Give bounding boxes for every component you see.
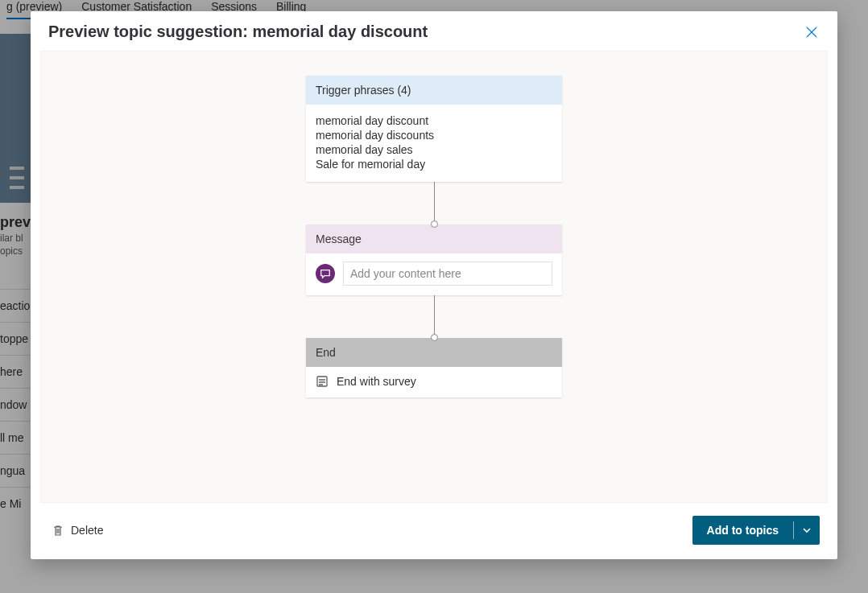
trigger-phrases-list: memorial day discount memorial day disco… <box>306 105 562 182</box>
message-row: Add your content here <box>316 261 552 286</box>
connector <box>431 182 438 228</box>
trigger-phrase: Sale for memorial day <box>316 158 552 171</box>
chat-icon <box>316 264 335 283</box>
end-node: End End with survey <box>306 338 562 397</box>
modal-overlay: Preview topic suggestion: memorial day d… <box>0 0 868 593</box>
modal-title: Preview topic suggestion: memorial day d… <box>48 23 428 41</box>
trash-icon <box>52 524 64 537</box>
add-to-topics-dropdown[interactable] <box>794 516 820 545</box>
trigger-phrases-header: Trigger phrases (4) <box>306 76 562 105</box>
delete-label: Delete <box>71 524 103 537</box>
message-header: Message <box>306 224 562 253</box>
modal-footer: Delete Add to topics <box>31 503 837 559</box>
trigger-phrase: memorial day discounts <box>316 129 552 142</box>
end-header: End <box>306 338 562 367</box>
trigger-phrase: memorial day sales <box>316 143 552 156</box>
trigger-phrase: memorial day discount <box>316 114 552 127</box>
end-with-survey-row: End with survey <box>316 375 552 388</box>
chevron-down-icon <box>802 525 812 535</box>
end-with-survey-label: End with survey <box>337 375 416 388</box>
preview-modal: Preview topic suggestion: memorial day d… <box>31 11 837 559</box>
add-to-topics-label: Add to topics <box>692 516 793 545</box>
modal-body: Trigger phrases (4) memorial day discoun… <box>40 51 828 503</box>
message-content-input[interactable]: Add your content here <box>343 261 552 286</box>
modal-header: Preview topic suggestion: memorial day d… <box>31 11 837 51</box>
trigger-phrases-node: Trigger phrases (4) memorial day discoun… <box>306 76 562 182</box>
delete-button[interactable]: Delete <box>52 524 103 537</box>
close-icon <box>806 27 817 38</box>
connector <box>431 295 438 341</box>
survey-icon <box>316 375 329 388</box>
add-to-topics-button[interactable]: Add to topics <box>692 516 820 545</box>
close-button[interactable] <box>804 24 820 40</box>
message-node: Message Add your content here <box>306 224 562 295</box>
